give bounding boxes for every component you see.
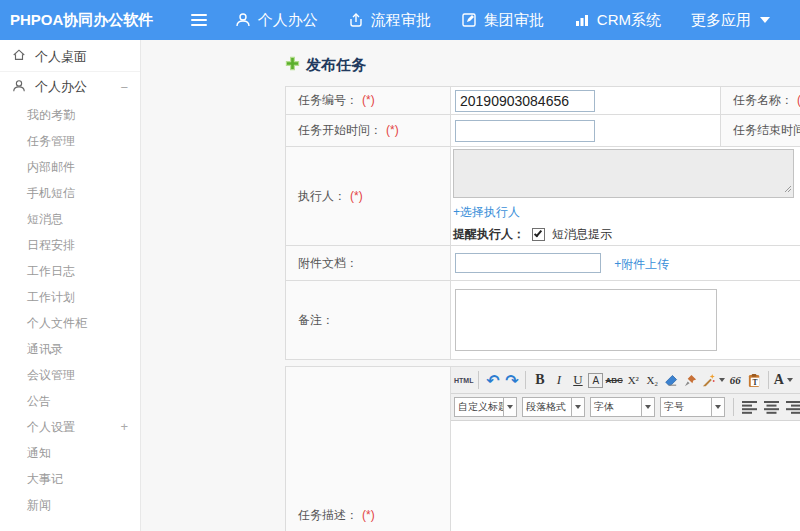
font-color-label: A (774, 372, 784, 388)
nav-item-group-approval[interactable]: 集团审批 (461, 11, 544, 30)
sidebar-item-announcement[interactable]: 公告 (0, 388, 140, 414)
sidebar-item-work-log[interactable]: 工作日志 (0, 258, 140, 284)
superscript-button[interactable]: X² (625, 370, 642, 390)
start-time-input[interactable] (455, 120, 595, 142)
alignment-buttons (741, 397, 800, 417)
sidebar-item-meeting-management[interactable]: 会议管理 (0, 362, 140, 388)
sidebar-item-memorabilia[interactable]: 大事记 (0, 466, 140, 492)
bold-button[interactable]: B (531, 370, 548, 390)
autoformat-button[interactable] (701, 370, 725, 390)
font-family-select[interactable]: 字体 (590, 397, 655, 417)
underline-button[interactable]: U (569, 370, 586, 390)
attachment-input[interactable] (455, 253, 601, 273)
align-left-button[interactable] (741, 397, 758, 417)
sidebar: 个人桌面 个人办公 − 我的考勤 任务管理 内部邮件 手机短信 短消息 日程安排… (0, 40, 141, 531)
chevron-down-icon (719, 378, 725, 382)
sidebar-item-task-management[interactable]: 任务管理 (0, 128, 140, 154)
sidebar-item-label: 通知 (27, 440, 51, 466)
toolbar-separator (733, 398, 734, 416)
chevron-down-icon[interactable] (504, 397, 517, 417)
sidebar-item-news[interactable]: 新闻 (0, 492, 140, 518)
field-cell: +选择执行人 提醒执行人： 短消息提示 (451, 147, 800, 246)
field-cell: +附件上传 (451, 246, 800, 281)
app-brand: PHPOA协同办公软件 (10, 11, 181, 30)
field-cell (451, 281, 800, 360)
sidebar-item-notice[interactable]: 通知 (0, 440, 140, 466)
nav-item-personal-office[interactable]: 个人办公 (235, 11, 318, 30)
upload-attachment-link[interactable]: +附件上传 (614, 256, 669, 273)
nav-item-label: 个人办公 (258, 11, 318, 30)
nav-item-more-apps[interactable]: 更多应用 (691, 11, 770, 30)
table-row: 附件文档： +附件上传 (286, 246, 800, 281)
remark-textarea[interactable] (455, 289, 717, 351)
sidebar-item-desktop[interactable]: 个人桌面 (0, 42, 140, 72)
sidebar-item-personal-office[interactable]: 个人办公 − (0, 72, 140, 102)
sidebar-item-contacts[interactable]: 通讯录 (0, 336, 140, 362)
page-title-text: 发布任务 (306, 56, 366, 75)
editor-toolbar-row1: HTML ↶ ↷ B I U A ABC X² X₂ (451, 367, 800, 394)
paste-text-button[interactable]: T (746, 370, 763, 390)
main-content: 发布任务 任务编号：(*) 任务名称：(*) 任务开始时间：(*) (141, 40, 800, 531)
chevron-down-icon[interactable] (712, 397, 725, 417)
font-box-button[interactable]: A (588, 373, 603, 388)
font-size-select[interactable]: 字号 (660, 397, 725, 417)
hamburger-menu-icon[interactable] (191, 11, 208, 29)
select-executor-link[interactable]: +选择执行人 (453, 204, 520, 221)
table-row: 任务开始时间：(*) 任务结束时间：(*) (286, 115, 800, 147)
rich-text-editor: HTML ↶ ↷ B I U A ABC X² X₂ (451, 367, 800, 531)
strikethrough-button[interactable]: ABC (605, 370, 622, 390)
html-source-button[interactable]: HTML (454, 370, 473, 390)
resize-grip-icon[interactable] (784, 182, 792, 196)
eraser-button[interactable] (663, 370, 680, 390)
undo-button[interactable]: ↶ (484, 370, 501, 390)
field-label-start-time: 任务开始时间：(*) (286, 115, 451, 147)
field-label-attachment: 附件文档： (286, 246, 451, 281)
field-label-remark: 备注： (286, 281, 451, 360)
italic-button[interactable]: I (550, 370, 567, 390)
subscript-button[interactable]: X₂ (644, 370, 661, 390)
select-value: 自定义标题 (454, 397, 504, 417)
sidebar-item-label: 个人设置 (27, 414, 75, 440)
label-text: 附件文档： (298, 256, 358, 270)
sidebar-item-schedule[interactable]: 日程安排 (0, 232, 140, 258)
align-right-button[interactable] (785, 397, 800, 417)
chevron-down-icon (787, 378, 793, 382)
chevron-down-icon[interactable] (642, 397, 655, 417)
heading-select[interactable]: 自定义标题 (454, 397, 517, 417)
select-value: 字体 (590, 397, 642, 417)
task-no-input[interactable] (455, 90, 595, 112)
label-text: 任务结束时间： (733, 123, 800, 137)
redo-button[interactable]: ↷ (503, 370, 520, 390)
nav-item-label: 流程审批 (371, 11, 431, 30)
sidebar-item-label: 任务管理 (27, 128, 75, 154)
main-nav: 个人办公 流程审批 集团审批 (235, 11, 800, 30)
collapse-toggle[interactable]: − (120, 80, 128, 95)
font-color-button[interactable]: A (774, 370, 793, 390)
executor-box[interactable] (453, 149, 794, 198)
sidebar-item-short-message[interactable]: 短消息 (0, 206, 140, 232)
bar-chart-icon (574, 12, 590, 28)
editor-content[interactable] (451, 421, 800, 531)
sidebar-item-work-plan[interactable]: 工作计划 (0, 284, 140, 310)
sidebar-item-internal-mail[interactable]: 内部邮件 (0, 154, 140, 180)
user-icon (12, 79, 26, 96)
toolbar-separator (525, 371, 526, 389)
nav-item-workflow-approval[interactable]: 流程审批 (348, 11, 431, 30)
required-mark: (*) (350, 189, 363, 203)
select-value: 段落格式 (522, 397, 572, 417)
sidebar-item-personal-settings[interactable]: 个人设置+ (0, 414, 140, 440)
paragraph-format-select[interactable]: 段落格式 (522, 397, 585, 417)
format-brush-button[interactable] (682, 370, 699, 390)
sidebar-item-mobile-sms[interactable]: 手机短信 (0, 180, 140, 206)
sidebar-item-file-cabinet[interactable]: 个人文件柜 (0, 310, 140, 336)
align-center-button[interactable] (763, 397, 780, 417)
label-text: 任务描述： (298, 508, 358, 522)
sidebar-item-attendance[interactable]: 我的考勤 (0, 102, 140, 128)
expand-toggle[interactable]: + (120, 414, 128, 440)
nav-item-crm-system[interactable]: CRM系统 (574, 11, 661, 30)
sms-remind-checkbox[interactable] (532, 228, 545, 241)
blockquote-button[interactable]: 66 (727, 370, 744, 390)
label-text: 任务名称： (733, 93, 793, 107)
user-icon (235, 12, 251, 28)
chevron-down-icon[interactable] (572, 397, 585, 417)
